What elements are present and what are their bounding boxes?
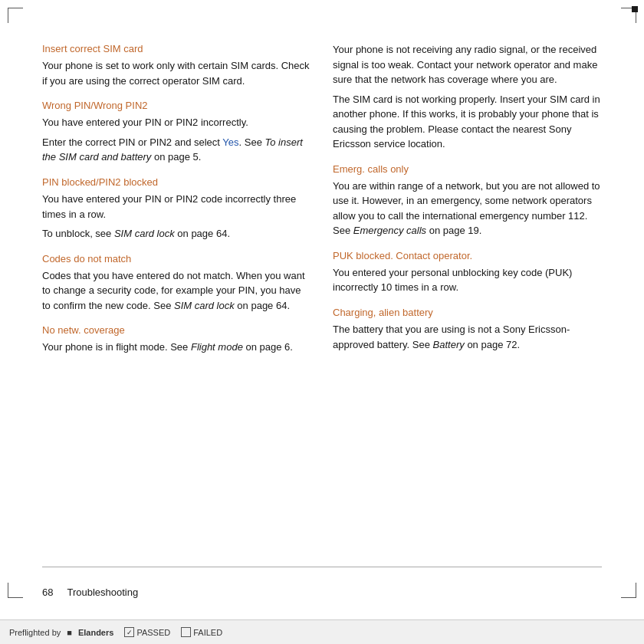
section-charging-alien: Charging, alien battery The battery that… — [333, 306, 602, 352]
italic-simcard: To insert the SIM card and battery — [42, 136, 303, 163]
preflight-label: Preflighted by — [9, 628, 61, 637]
body-emerg-calls: You are within range of a network, but y… — [333, 179, 602, 238]
heading-no-coverage: No netw. coverage — [42, 324, 311, 337]
heading-pin-blocked: PIN blocked/PIN2 blocked — [42, 176, 311, 189]
text-puk-1: You entered your personal unblocking key… — [333, 265, 602, 295]
section-pin-blocked: PIN blocked/PIN2 blocked You have entere… — [42, 176, 311, 242]
preflight-logo-icon: ■ — [67, 628, 72, 637]
body-no-coverage: Your phone is in flight mode. See Flight… — [42, 340, 311, 355]
passed-checkmark-icon: ✓ — [124, 627, 134, 637]
yes-link: Yes — [222, 136, 238, 148]
heading-insert-sim: Insert correct SIM card — [42, 42, 311, 56]
body-charging-alien: The battery that you are using is not a … — [333, 322, 602, 352]
footer: 68 Troubleshooting — [42, 586, 602, 598]
corner-mark-tl — [8, 8, 23, 23]
heading-charging-alien: Charging, alien battery — [333, 306, 602, 320]
text-charging-1: The battery that you are using is not a … — [333, 322, 602, 352]
section-wrong-pin: Wrong PIN/Wrong PIN2 You have entered yo… — [42, 99, 311, 165]
content-area: Insert correct SIM card Your phone is se… — [42, 42, 602, 579]
failed-checkbox-icon — [181, 627, 191, 637]
preflight-bar: Preflighted by ■ Elanders ✓ PASSED FAILE… — [0, 619, 644, 644]
text-no-coverage-1: Your phone is in flight mode. See Flight… — [42, 340, 311, 355]
text-no-radio-2: The SIM card is not working properly. In… — [333, 92, 602, 152]
section-insert-sim: Insert correct SIM card Your phone is se… — [42, 42, 311, 88]
italic-simlock: SIM card lock — [114, 228, 175, 239]
italic-emergcalls: Emergency calls — [353, 225, 426, 236]
text-pin-blocked-2: To unblock, see SIM card lock on page 64… — [42, 226, 311, 242]
top-right-marker — [632, 6, 638, 12]
body-codes-not-match: Codes that you have entered do not match… — [42, 268, 311, 314]
page-number: 68 — [42, 586, 53, 598]
italic-flightmode: Flight mode — [191, 341, 243, 353]
section-puk-blocked: PUK blocked. Contact operator. You enter… — [333, 249, 602, 295]
text-insert-sim-1: Your phone is set to work only with cert… — [42, 58, 311, 88]
failed-badge: FAILED — [181, 627, 222, 637]
text-wrong-pin-2: Enter the correct PIN or PIN2 and select… — [42, 135, 311, 165]
right-column: Your phone is not receiving any radio si… — [333, 42, 602, 579]
heading-codes-not-match: Codes do not match — [42, 252, 311, 266]
italic-simlock2: SIM card lock — [174, 300, 235, 311]
corner-mark-bl — [8, 583, 23, 598]
page: Insert correct SIM card Your phone is se… — [0, 0, 644, 644]
heading-wrong-pin: Wrong PIN/Wrong PIN2 — [42, 99, 311, 113]
left-column: Insert correct SIM card Your phone is se… — [42, 42, 311, 579]
text-emerg-1: You are within range of a network, but y… — [333, 179, 602, 238]
body-puk-blocked: You entered your personal unblocking key… — [333, 265, 602, 295]
text-wrong-pin-1: You have entered your PIN or PIN2 incorr… — [42, 115, 311, 130]
body-no-radio: Your phone is not receiving any radio si… — [333, 42, 602, 152]
corner-mark-br — [621, 583, 636, 598]
italic-battery: Battery — [433, 339, 465, 350]
heading-emerg-calls: Emerg. calls only — [333, 163, 602, 176]
section-codes-not-match: Codes do not match Codes that you have e… — [42, 252, 311, 314]
preflight-logo-text: Elanders — [78, 628, 113, 637]
section-no-radio: Your phone is not receiving any radio si… — [333, 42, 602, 152]
text-no-radio-1: Your phone is not receiving any radio si… — [333, 42, 602, 87]
heading-puk-blocked: PUK blocked. Contact operator. — [333, 249, 602, 263]
section-emerg-calls: Emerg. calls only You are within range o… — [333, 163, 602, 238]
failed-label: FAILED — [193, 628, 222, 637]
passed-label: PASSED — [136, 628, 170, 637]
text-codes-1: Codes that you have entered do not match… — [42, 268, 311, 314]
body-wrong-pin: You have entered your PIN or PIN2 incorr… — [42, 115, 311, 165]
body-insert-sim: Your phone is set to work only with cert… — [42, 58, 311, 88]
passed-badge: ✓ PASSED — [124, 627, 170, 637]
section-title: Troubleshooting — [67, 586, 138, 598]
text-pin-blocked-1: You have entered your PIN or PIN2 code i… — [42, 192, 311, 222]
footer-line — [42, 567, 602, 567]
section-no-coverage: No netw. coverage Your phone is in fligh… — [42, 324, 311, 355]
body-pin-blocked: You have entered your PIN or PIN2 code i… — [42, 192, 311, 242]
